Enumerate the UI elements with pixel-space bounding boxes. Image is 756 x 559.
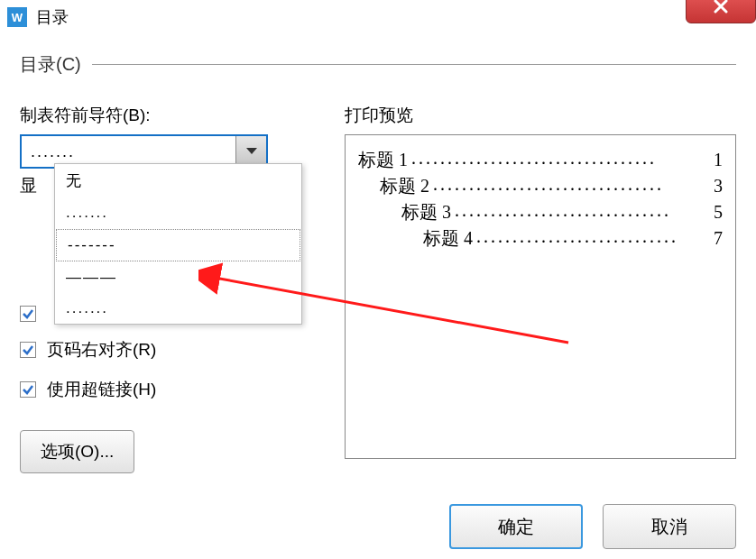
checkmark-icon [22, 383, 34, 396]
chevron-down-icon [245, 147, 258, 156]
fieldset-label: 目录(C) [20, 52, 81, 77]
dropdown-button[interactable] [235, 136, 266, 167]
checkbox-right-align-label: 页码右对齐(R) [47, 338, 156, 362]
checkbox-right-align[interactable] [20, 342, 36, 358]
dropdown-item-dots[interactable]: ....... [55, 197, 301, 228]
partial-level-label: 显 [20, 176, 37, 195]
checkbox-hyperlink[interactable] [20, 381, 36, 398]
checkmark-icon [22, 307, 34, 320]
checkbox-hyperlink-label: 使用超链接(H) [47, 378, 156, 401]
footer-buttons: 确定 取消 [0, 482, 756, 549]
checkbox-partial[interactable] [20, 306, 36, 322]
checkmark-icon [22, 344, 34, 356]
preview-row: 标题 1 .................................. … [358, 148, 723, 172]
checkbox-row-right-align: 页码右对齐(R) [20, 338, 318, 362]
preview-title: 标题 3 [401, 200, 451, 225]
preview-page: 1 [714, 150, 723, 170]
cancel-button[interactable]: 取消 [603, 504, 736, 549]
preview-box: 标题 1 .................................. … [345, 134, 736, 459]
dropdown-item-dashes[interactable]: ------- [56, 229, 300, 261]
preview-row: 标题 4 ............................ 7 [358, 226, 723, 251]
preview-page: 7 [714, 228, 723, 249]
ok-button[interactable]: 确定 [449, 504, 583, 549]
options-button[interactable]: 选项(O)... [20, 430, 134, 473]
leader-dropdown[interactable]: 无 ....... ------- ——— ....... [54, 163, 302, 325]
leader-value: ....... [22, 142, 235, 161]
leader-label: 制表符前导符(B): [20, 104, 318, 127]
preview-dots: ................................ [433, 174, 710, 195]
window-title: 目录 [36, 6, 69, 28]
divider [92, 64, 736, 65]
dropdown-item-line[interactable]: ——— [55, 262, 301, 293]
preview-row: 标题 2 ................................ 3 [358, 174, 723, 198]
preview-page: 3 [714, 176, 723, 197]
fieldset-header: 目录(C) [20, 52, 736, 77]
preview-dots: .................................. [411, 148, 710, 169]
dropdown-item-none[interactable]: 无 [55, 164, 301, 197]
close-button[interactable] [686, 0, 756, 23]
checkbox-row-hyperlink: 使用超链接(H) [20, 378, 318, 401]
preview-dots: .............................. [455, 200, 710, 221]
dropdown-item-dots2[interactable]: ....... [55, 293, 301, 324]
app-icon: W [7, 7, 27, 27]
preview-row: 标题 3 .............................. 5 [358, 200, 723, 225]
preview-title: 标题 2 [380, 174, 429, 198]
preview-dots: ............................ [476, 226, 710, 247]
preview-page: 5 [714, 202, 723, 223]
preview-title: 标题 4 [423, 226, 473, 251]
preview-title: 标题 1 [358, 148, 408, 172]
titlebar: W 目录 [0, 0, 756, 34]
preview-label: 打印预览 [345, 104, 736, 127]
close-icon [712, 0, 730, 15]
